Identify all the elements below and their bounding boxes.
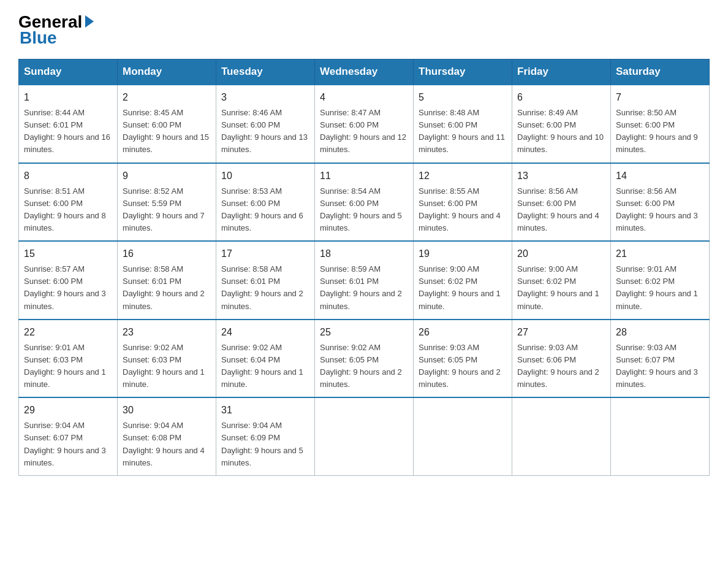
calendar-cell: 29Sunrise: 9:04 AMSunset: 6:07 PMDayligh… — [19, 397, 118, 475]
col-wednesday: Wednesday — [315, 59, 414, 85]
day-info: Sunrise: 8:50 AMSunset: 6:00 PMDaylight:… — [616, 107, 704, 156]
calendar-cell: 8Sunrise: 8:51 AMSunset: 6:00 PMDaylight… — [19, 163, 118, 242]
calendar-cell: 16Sunrise: 8:58 AMSunset: 6:01 PMDayligh… — [118, 241, 216, 320]
calendar-cell: 10Sunrise: 8:53 AMSunset: 6:00 PMDayligh… — [216, 163, 315, 242]
calendar-cell: 15Sunrise: 8:57 AMSunset: 6:00 PMDayligh… — [19, 241, 118, 320]
day-info: Sunrise: 8:57 AMSunset: 6:00 PMDaylight:… — [24, 263, 112, 313]
day-number: 23 — [123, 325, 211, 340]
day-info: Sunrise: 8:55 AMSunset: 6:00 PMDaylight:… — [419, 185, 507, 235]
day-number: 8 — [24, 169, 112, 183]
day-number: 10 — [221, 169, 309, 183]
day-info: Sunrise: 9:02 AMSunset: 6:05 PMDaylight:… — [320, 342, 408, 391]
calendar-week-row: 8Sunrise: 8:51 AMSunset: 6:00 PMDaylight… — [19, 163, 710, 242]
day-info: Sunrise: 8:54 AMSunset: 6:00 PMDaylight:… — [320, 185, 408, 235]
day-info: Sunrise: 9:00 AMSunset: 6:02 PMDaylight:… — [419, 263, 507, 313]
day-info: Sunrise: 8:47 AMSunset: 6:00 PMDaylight:… — [320, 107, 408, 156]
calendar-cell: 17Sunrise: 8:58 AMSunset: 6:01 PMDayligh… — [216, 241, 315, 320]
logo: General Blue — [18, 12, 94, 48]
day-info: Sunrise: 9:03 AMSunset: 6:06 PMDaylight:… — [517, 342, 605, 391]
day-number: 1 — [24, 90, 112, 105]
calendar-cell: 28Sunrise: 9:03 AMSunset: 6:07 PMDayligh… — [611, 320, 710, 398]
calendar-week-row: 15Sunrise: 8:57 AMSunset: 6:00 PMDayligh… — [19, 241, 710, 320]
col-thursday: Thursday — [414, 59, 512, 85]
day-info: Sunrise: 9:03 AMSunset: 6:05 PMDaylight:… — [419, 342, 507, 391]
day-number: 9 — [123, 169, 211, 183]
calendar-cell: 25Sunrise: 9:02 AMSunset: 6:05 PMDayligh… — [315, 320, 414, 398]
day-number: 19 — [419, 247, 507, 261]
day-info: Sunrise: 8:56 AMSunset: 6:00 PMDaylight:… — [616, 185, 704, 235]
calendar-cell: 27Sunrise: 9:03 AMSunset: 6:06 PMDayligh… — [512, 320, 611, 398]
calendar-cell — [512, 397, 611, 475]
calendar-cell: 22Sunrise: 9:01 AMSunset: 6:03 PMDayligh… — [19, 320, 118, 398]
day-number: 31 — [221, 403, 309, 418]
day-number: 29 — [24, 403, 112, 418]
day-number: 30 — [123, 403, 211, 418]
day-info: Sunrise: 9:00 AMSunset: 6:02 PMDaylight:… — [517, 263, 605, 313]
calendar-cell — [315, 397, 414, 475]
day-number: 24 — [221, 325, 309, 340]
calendar-cell: 6Sunrise: 8:49 AMSunset: 6:00 PMDaylight… — [512, 85, 611, 163]
day-number: 5 — [419, 90, 507, 105]
day-number: 26 — [419, 325, 507, 340]
day-info: Sunrise: 8:49 AMSunset: 6:00 PMDaylight:… — [517, 107, 605, 156]
calendar-header: Sunday Monday Tuesday Wednesday Thursday… — [19, 59, 710, 85]
calendar-cell — [611, 397, 710, 475]
day-info: Sunrise: 8:45 AMSunset: 6:00 PMDaylight:… — [123, 107, 211, 156]
col-sunday: Sunday — [19, 59, 118, 85]
logo-blue-text: Blue — [20, 28, 57, 48]
calendar-cell: 4Sunrise: 8:47 AMSunset: 6:00 PMDaylight… — [315, 85, 414, 163]
day-number: 28 — [616, 325, 704, 340]
day-info: Sunrise: 9:04 AMSunset: 6:08 PMDaylight:… — [123, 419, 211, 469]
calendar-cell: 2Sunrise: 8:45 AMSunset: 6:00 PMDaylight… — [118, 85, 216, 163]
day-number: 12 — [419, 169, 507, 183]
calendar-week-row: 29Sunrise: 9:04 AMSunset: 6:07 PMDayligh… — [19, 397, 710, 475]
day-info: Sunrise: 8:51 AMSunset: 6:00 PMDaylight:… — [24, 185, 112, 235]
day-info: Sunrise: 8:53 AMSunset: 6:00 PMDaylight:… — [221, 185, 309, 235]
day-info: Sunrise: 8:46 AMSunset: 6:00 PMDaylight:… — [221, 107, 309, 156]
day-number: 4 — [320, 90, 408, 105]
day-info: Sunrise: 8:58 AMSunset: 6:01 PMDaylight:… — [221, 263, 309, 313]
calendar-cell: 31Sunrise: 9:04 AMSunset: 6:09 PMDayligh… — [216, 397, 315, 475]
day-info: Sunrise: 9:02 AMSunset: 6:03 PMDaylight:… — [123, 342, 211, 391]
day-number: 6 — [517, 90, 605, 105]
day-info: Sunrise: 8:58 AMSunset: 6:01 PMDaylight:… — [123, 263, 211, 313]
day-info: Sunrise: 8:48 AMSunset: 6:00 PMDaylight:… — [419, 107, 507, 156]
day-number: 7 — [616, 90, 704, 105]
day-number: 17 — [221, 247, 309, 261]
day-number: 11 — [320, 169, 408, 183]
day-info: Sunrise: 8:52 AMSunset: 5:59 PMDaylight:… — [123, 185, 211, 235]
day-info: Sunrise: 9:02 AMSunset: 6:04 PMDaylight:… — [221, 342, 309, 391]
calendar-week-row: 22Sunrise: 9:01 AMSunset: 6:03 PMDayligh… — [19, 320, 710, 398]
calendar-cell: 26Sunrise: 9:03 AMSunset: 6:05 PMDayligh… — [414, 320, 512, 398]
calendar-cell: 13Sunrise: 8:56 AMSunset: 6:00 PMDayligh… — [512, 163, 611, 242]
day-info: Sunrise: 9:01 AMSunset: 6:02 PMDaylight:… — [616, 263, 704, 313]
page-header: General Blue — [18, 12, 710, 48]
day-info: Sunrise: 8:44 AMSunset: 6:01 PMDaylight:… — [24, 107, 112, 156]
day-info: Sunrise: 8:59 AMSunset: 6:01 PMDaylight:… — [320, 263, 408, 313]
calendar-body: 1Sunrise: 8:44 AMSunset: 6:01 PMDaylight… — [19, 85, 710, 475]
day-number: 18 — [320, 247, 408, 261]
day-number: 20 — [517, 247, 605, 261]
calendar-cell: 24Sunrise: 9:02 AMSunset: 6:04 PMDayligh… — [216, 320, 315, 398]
calendar-cell: 23Sunrise: 9:02 AMSunset: 6:03 PMDayligh… — [118, 320, 216, 398]
day-number: 13 — [517, 169, 605, 183]
logo-arrow-icon — [85, 15, 94, 28]
day-number: 16 — [123, 247, 211, 261]
calendar-cell: 19Sunrise: 9:00 AMSunset: 6:02 PMDayligh… — [414, 241, 512, 320]
day-number: 3 — [221, 90, 309, 105]
day-info: Sunrise: 9:04 AMSunset: 6:09 PMDaylight:… — [221, 419, 309, 469]
day-info: Sunrise: 9:04 AMSunset: 6:07 PMDaylight:… — [24, 419, 112, 469]
calendar-cell: 9Sunrise: 8:52 AMSunset: 5:59 PMDaylight… — [118, 163, 216, 242]
calendar-week-row: 1Sunrise: 8:44 AMSunset: 6:01 PMDaylight… — [19, 85, 710, 163]
calendar-cell: 1Sunrise: 8:44 AMSunset: 6:01 PMDaylight… — [19, 85, 118, 163]
calendar-cell: 11Sunrise: 8:54 AMSunset: 6:00 PMDayligh… — [315, 163, 414, 242]
calendar-cell: 3Sunrise: 8:46 AMSunset: 6:00 PMDaylight… — [216, 85, 315, 163]
day-number: 2 — [123, 90, 211, 105]
calendar-cell: 12Sunrise: 8:55 AMSunset: 6:00 PMDayligh… — [414, 163, 512, 242]
header-row: Sunday Monday Tuesday Wednesday Thursday… — [19, 59, 710, 85]
day-number: 15 — [24, 247, 112, 261]
calendar-cell: 30Sunrise: 9:04 AMSunset: 6:08 PMDayligh… — [118, 397, 216, 475]
col-tuesday: Tuesday — [216, 59, 315, 85]
calendar-cell: 21Sunrise: 9:01 AMSunset: 6:02 PMDayligh… — [611, 241, 710, 320]
day-number: 21 — [616, 247, 704, 261]
